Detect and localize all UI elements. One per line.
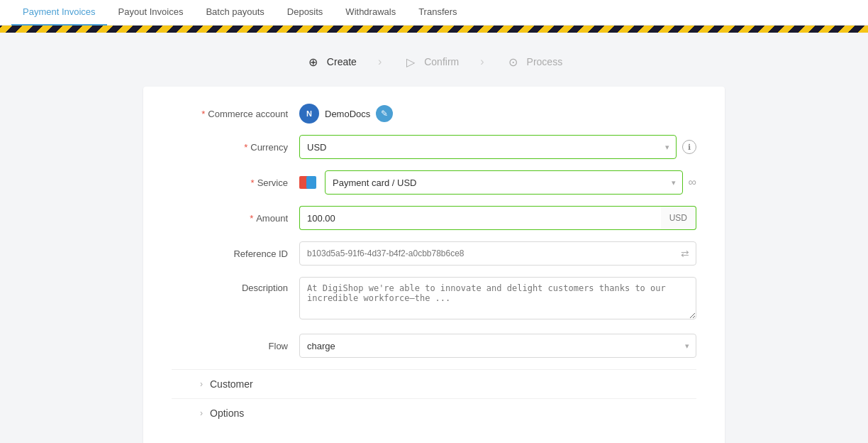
description-wrap xyxy=(299,277,696,322)
commerce-account-row: *Commerce account N DemoDocs ✎ xyxy=(172,104,696,124)
amount-input[interactable] xyxy=(299,206,661,230)
service-wrap: Payment card / USD ▾ xyxy=(299,170,683,195)
account-avatar: N xyxy=(299,104,319,124)
description-textarea[interactable] xyxy=(299,277,696,319)
nav-withdrawals[interactable]: Withdrawals xyxy=(334,0,407,26)
account-name: DemoDocs xyxy=(325,109,370,119)
currency-select[interactable]: USD EUR GBP xyxy=(299,135,677,159)
currency-select-wrap: USD EUR GBP ▾ xyxy=(299,135,677,159)
card-blue xyxy=(306,176,316,189)
service-field: Payment card / USD ▾ xyxy=(299,170,683,195)
amount-wrap: USD xyxy=(299,206,696,230)
service-select-wrap: Payment card / USD ▾ xyxy=(325,170,683,195)
options-section: › Options xyxy=(172,398,696,427)
options-title: Options xyxy=(210,408,244,419)
flow-field: charge authorize capture ▾ xyxy=(299,334,696,358)
wizard-steps: ⊕ Create › ▷ Confirm › ⊙ Process xyxy=(0,47,868,87)
reference-id-input[interactable] xyxy=(299,241,696,266)
flow-select[interactable]: charge authorize capture xyxy=(299,334,696,358)
service-required: * xyxy=(251,177,255,188)
nav-payment-invoices[interactable]: Payment Invoices xyxy=(11,0,107,26)
commerce-account-required: * xyxy=(201,109,205,119)
nav-transfers[interactable]: Transfers xyxy=(407,0,468,26)
flow-row: Flow charge authorize capture ▾ xyxy=(172,334,696,358)
wizard-arrow-2: › xyxy=(459,55,505,68)
infinity-icon: ∞ xyxy=(689,176,696,189)
wizard-step-create: ⊕ Create xyxy=(306,54,357,70)
description-row: Description xyxy=(172,277,696,322)
main-content: ⊕ Create › ▷ Confirm › ⊙ Process *Commer… xyxy=(0,33,868,443)
refresh-icon[interactable]: ⇄ xyxy=(681,248,689,259)
description-label: Description xyxy=(172,277,299,293)
flow-label: Flow xyxy=(172,341,299,351)
commerce-account-wrap: N DemoDocs ✎ xyxy=(299,104,696,124)
commerce-account-field: N DemoDocs ✎ xyxy=(299,104,696,124)
nav-payout-invoices[interactable]: Payout Invoices xyxy=(107,0,195,26)
currency-info-icon[interactable]: ℹ xyxy=(682,140,696,154)
amount-row: *Amount USD xyxy=(172,206,696,230)
customer-section: › Customer xyxy=(172,369,696,398)
reference-id-field: ⇄ xyxy=(299,241,696,266)
description-field xyxy=(299,277,696,322)
top-navigation: Payment Invoices Payout Invoices Batch p… xyxy=(0,0,868,26)
hazard-stripe xyxy=(0,26,868,33)
wizard-step-confirm: ▷ Confirm xyxy=(403,54,459,70)
service-label: *Service xyxy=(172,177,299,188)
reference-id-label: Reference ID xyxy=(172,248,299,259)
options-header[interactable]: › Options xyxy=(172,408,696,419)
commerce-account-label: *Commerce account xyxy=(172,109,299,119)
currency-required: * xyxy=(244,142,247,153)
service-select[interactable]: Payment card / USD xyxy=(325,170,683,195)
nav-batch-payouts[interactable]: Batch payouts xyxy=(194,0,275,26)
currency-label: *Currency xyxy=(172,142,299,153)
wizard-step-process: ⊙ Process xyxy=(506,54,563,70)
reference-id-wrap: ⇄ xyxy=(299,241,696,266)
amount-label: *Amount xyxy=(172,213,299,224)
currency-row: *Currency USD EUR GBP ▾ ℹ xyxy=(172,135,696,159)
options-chevron-icon: › xyxy=(200,408,203,418)
wizard-step-create-label: Create xyxy=(327,56,357,67)
amount-field: USD xyxy=(299,206,696,230)
reference-id-row: Reference ID ⇄ xyxy=(172,241,696,266)
amount-currency-suffix: USD xyxy=(661,206,696,230)
amount-required: * xyxy=(250,213,253,224)
customer-chevron-icon: › xyxy=(200,379,203,389)
service-row: *Service Payment card / USD ▾ ∞ xyxy=(172,170,696,195)
currency-field: USD EUR GBP ▾ xyxy=(299,135,677,159)
form-container: *Commerce account N DemoDocs ✎ *Currency… xyxy=(143,87,725,443)
customer-header[interactable]: › Customer xyxy=(172,378,696,390)
nav-deposits[interactable]: Deposits xyxy=(276,0,335,26)
wizard-arrow-1: › xyxy=(357,55,403,68)
wizard-step-confirm-label: Confirm xyxy=(424,56,459,67)
payment-card-icon xyxy=(299,175,319,190)
process-icon: ⊙ xyxy=(506,54,521,70)
confirm-icon: ▷ xyxy=(403,54,418,70)
create-icon: ⊕ xyxy=(306,54,321,70)
flow-select-wrap: charge authorize capture ▾ xyxy=(299,334,696,358)
edit-account-badge[interactable]: ✎ xyxy=(376,105,393,122)
wizard-step-process-label: Process xyxy=(527,56,563,67)
customer-title: Customer xyxy=(210,378,253,390)
